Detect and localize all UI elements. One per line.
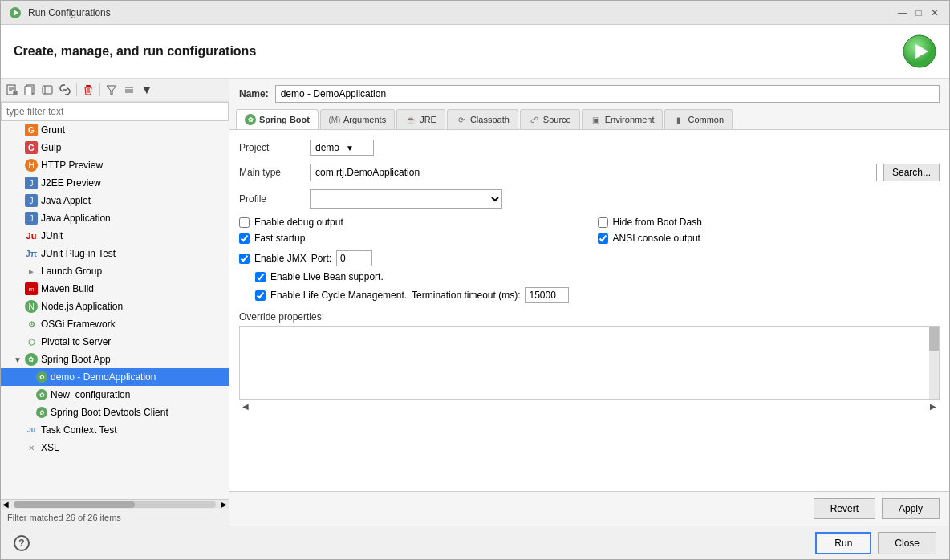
view-menu-button[interactable]: ▼: [139, 82, 155, 98]
override-body: [239, 326, 940, 400]
title-bar-controls: — □ ✕: [896, 6, 941, 19]
common-tab-label: Common: [688, 115, 724, 124]
junit-label: JUnit: [41, 230, 63, 241]
close-window-button[interactable]: ✕: [928, 6, 941, 19]
scroll-left-btn[interactable]: ◀: [1, 500, 10, 509]
run-button[interactable]: Run: [815, 532, 871, 554]
push-launch-button[interactable]: [39, 82, 55, 98]
tab-classpath[interactable]: ⟳ Classpath: [447, 109, 518, 129]
tree-item-grunt[interactable]: G Grunt: [1, 121, 229, 139]
tree-item-spring-boot-app[interactable]: ▼ ✿ Spring Boot App: [1, 351, 229, 368]
applet-icon: J: [25, 194, 38, 207]
filter-button[interactable]: [104, 82, 120, 98]
title-bar: Run Configurations — □ ✕: [1, 1, 949, 25]
tree-item-pivotal[interactable]: ⬡ Pivotal tc Server: [1, 333, 229, 351]
spring-boot-app-icon: ✿: [25, 353, 38, 366]
override-vscrollbar-thumb: [929, 327, 939, 351]
gulp-icon: G: [25, 141, 38, 154]
tree-item-xsl[interactable]: ✕ XSL: [1, 439, 229, 457]
junit-plugin-label: JUnit Plug-in Test: [41, 248, 116, 259]
tab-spring-boot[interactable]: ✿ Spring Boot: [236, 109, 319, 129]
name-input[interactable]: [275, 85, 940, 103]
footer-bar: ? Run Close: [1, 526, 949, 559]
http-label: HTTP Preview: [41, 160, 103, 171]
run-circle-button[interactable]: [903, 34, 936, 68]
port-label: Port:: [311, 253, 331, 264]
tab-jre[interactable]: ☕ JRE: [396, 109, 445, 129]
delete-button[interactable]: [80, 82, 96, 98]
tab-source[interactable]: ☍ Source: [520, 109, 580, 129]
tree-item-launch-group[interactable]: ► Launch Group: [1, 262, 229, 280]
scroll-left-nav[interactable]: ◀: [242, 402, 249, 411]
project-dropdown[interactable]: demo ▼: [310, 140, 374, 156]
tree-item-java-applet[interactable]: J Java Applet: [1, 192, 229, 209]
fast-startup-row: Fast startup: [239, 233, 582, 244]
duplicate-button[interactable]: [22, 82, 38, 98]
project-label: Project: [239, 142, 303, 153]
xsl-icon: ✕: [25, 441, 38, 454]
scroll-right-btn[interactable]: ▶: [219, 500, 229, 509]
hide-boot-dash-label[interactable]: Hide from Boot Dash: [613, 217, 702, 228]
live-bean-label[interactable]: Enable Live Bean support.: [270, 271, 384, 282]
apply-button[interactable]: Apply: [882, 498, 940, 519]
main-type-input[interactable]: [310, 164, 877, 181]
hide-boot-dash-checkbox[interactable]: [598, 217, 608, 228]
h-scrollbar-thumb: [14, 501, 135, 508]
enable-debug-checkbox[interactable]: [239, 217, 250, 228]
tree-item-maven[interactable]: m Maven Build: [1, 280, 229, 298]
checkboxes-section: Enable debug output Fast startup Hide fr…: [239, 217, 940, 244]
minimize-button[interactable]: —: [896, 6, 909, 19]
enable-jmx-checkbox[interactable]: [239, 254, 250, 264]
search-button[interactable]: Search...: [883, 164, 940, 181]
enable-jmx-label[interactable]: Enable JMX: [254, 253, 307, 264]
revert-button[interactable]: Revert: [814, 498, 875, 519]
new-config-button[interactable]: [4, 82, 20, 98]
tab-environment[interactable]: ▣ Environment: [582, 109, 664, 129]
tree-item-nodejs[interactable]: N Node.js Application: [1, 298, 229, 315]
ansi-console-checkbox[interactable]: [598, 233, 608, 244]
termination-input[interactable]: [525, 287, 569, 303]
fast-startup-label[interactable]: Fast startup: [254, 233, 305, 244]
title-bar-left: Run Configurations: [9, 6, 111, 19]
expand-spring-boot: ▼: [14, 355, 23, 364]
devtools-label: Spring Boot Devtools Client: [51, 407, 168, 418]
tree-item-java-application[interactable]: J Java Application: [1, 209, 229, 227]
lifecycle-checkbox[interactable]: [255, 290, 266, 301]
tab-arguments[interactable]: (M) Arguments: [320, 109, 395, 129]
tree-item-devtools[interactable]: ✿ Spring Boot Devtools Client: [1, 404, 229, 421]
profile-select[interactable]: [310, 189, 502, 209]
fast-startup-checkbox[interactable]: [239, 233, 250, 244]
enable-debug-label[interactable]: Enable debug output: [254, 217, 343, 228]
project-dropdown-arrow: ▼: [346, 144, 354, 152]
j2ee-icon: J: [25, 177, 38, 189]
tree-item-junit-plugin[interactable]: Jπ JUnit Plug-in Test: [1, 245, 229, 262]
tree-item-j2ee[interactable]: J J2EE Preview: [1, 174, 229, 192]
override-vscrollbar[interactable]: [929, 327, 939, 399]
tree-item-http[interactable]: H HTTP Preview: [1, 156, 229, 174]
collapse-button[interactable]: [121, 82, 137, 98]
maximize-button[interactable]: □: [912, 6, 925, 19]
help-button[interactable]: ?: [14, 535, 30, 551]
lifecycle-label[interactable]: Enable Life Cycle Management.: [270, 290, 407, 301]
toolbar-separator: [76, 83, 77, 96]
profile-row: Profile: [239, 189, 940, 209]
tree-item-demo-app[interactable]: ✿ demo - DemoApplication: [1, 368, 229, 386]
close-button[interactable]: Close: [878, 532, 936, 554]
live-bean-checkbox[interactable]: [255, 272, 266, 282]
termination-label: Termination timeout (ms):: [412, 290, 520, 301]
tree-item-gulp[interactable]: G Gulp: [1, 139, 229, 156]
tree-item-task-context[interactable]: Ju Task Context Test: [1, 421, 229, 439]
h-scrollbar[interactable]: [14, 501, 216, 508]
tree-item-junit[interactable]: Ju JUnit: [1, 227, 229, 245]
ansi-console-label[interactable]: ANSI console output: [613, 233, 700, 244]
maven-icon: m: [25, 282, 38, 295]
scroll-right-nav[interactable]: ▶: [930, 402, 936, 411]
tab-common[interactable]: ▮ Common: [664, 109, 733, 129]
osgi-label: OSGi Framework: [41, 319, 116, 330]
jmx-port-input[interactable]: [336, 250, 372, 266]
filter-input[interactable]: [1, 102, 229, 121]
tree-item-new-config[interactable]: ✿ New_configuration: [1, 386, 229, 404]
left-toolbar: ▼: [1, 79, 229, 102]
tree-item-osgi[interactable]: ⚙ OSGi Framework: [1, 315, 229, 333]
link-button[interactable]: [57, 82, 73, 98]
